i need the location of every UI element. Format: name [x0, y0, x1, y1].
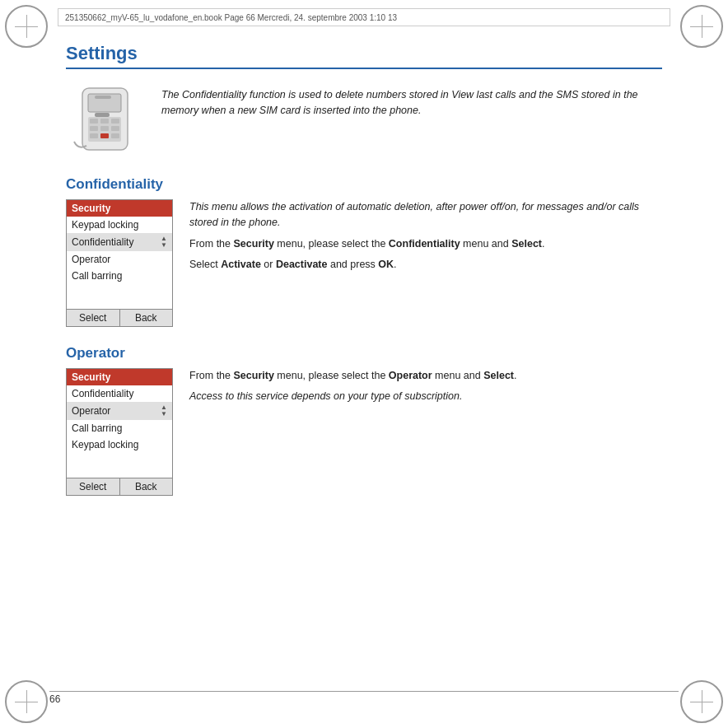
crosshair-tl — [15, 15, 38, 38]
menu-item-keypad-locking: Keypad locking — [67, 217, 172, 233]
confidentiality-menu: Security Keypad locking Confidentiality … — [66, 199, 173, 327]
svg-rect-10 — [100, 133, 109, 138]
crosshair-tr — [690, 15, 713, 38]
operator-section: Operator Security Confidentiality Operat… — [66, 345, 662, 496]
svg-rect-9 — [90, 133, 98, 138]
menu-footer: Select Back — [67, 309, 172, 326]
menu-back-btn[interactable]: Back — [120, 310, 173, 326]
operator-title: Operator — [66, 345, 662, 362]
intro-section: The Confidentiality function is used to … — [66, 84, 662, 158]
conf-desc-p1: This menu allows the activation of autom… — [189, 199, 662, 231]
op-menu-select-btn[interactable]: Select — [67, 478, 120, 495]
bottom-divider — [49, 691, 679, 692]
file-path-bar: 251350662_myV-65_lu_vodafone_en.book Pag… — [58, 8, 670, 26]
confidentiality-description: This menu allows the activation of autom… — [189, 199, 662, 327]
confidentiality-row: Security Keypad locking Confidentiality … — [66, 199, 662, 327]
menu-item-operator: Operator — [67, 251, 172, 268]
op-menu-item-confidentiality: Confidentiality — [67, 385, 172, 402]
svg-rect-3 — [90, 119, 98, 124]
file-path-text: 251350662_myV-65_lu_vodafone_en.book Pag… — [65, 13, 397, 22]
menu-header-security: Security — [67, 200, 172, 217]
op-menu-footer: Select Back — [67, 478, 172, 495]
scroll-arrow: ▲▼ — [161, 236, 167, 249]
phone-illustration — [66, 84, 148, 158]
svg-rect-4 — [100, 119, 109, 124]
op-menu-item-operator-selected: Operator ▲▼ — [67, 402, 172, 420]
operator-description: From the Security menu, please select th… — [189, 368, 517, 496]
conf-desc-p3: Select Activate or Deactivate and press … — [189, 257, 662, 273]
svg-rect-7 — [100, 126, 109, 131]
op-scroll-arrow: ▲▼ — [161, 404, 167, 418]
intro-text: The Confidentiality function is used to … — [161, 84, 662, 119]
svg-rect-5 — [111, 119, 119, 124]
svg-rect-13 — [95, 96, 111, 99]
menu-select-btn[interactable]: Select — [67, 310, 120, 326]
confidentiality-section: Confidentiality Security Keypad locking … — [66, 176, 662, 327]
page-title: Settings — [66, 43, 662, 69]
op-desc-p1: From the Security menu, please select th… — [189, 368, 517, 384]
crosshair-br — [690, 690, 713, 713]
svg-rect-11 — [111, 133, 119, 138]
menu-spacer — [67, 284, 172, 309]
svg-rect-8 — [111, 126, 119, 131]
page-number: 66 — [49, 693, 60, 705]
op-menu-item-keypad-locking: Keypad locking — [67, 436, 172, 453]
op-desc-p2: Access to this service depends on your t… — [189, 389, 517, 404]
svg-rect-12 — [95, 113, 110, 117]
op-menu-spacer — [67, 453, 172, 478]
operator-menu: Security Confidentiality Operator ▲▼ Cal… — [66, 368, 173, 496]
confidentiality-title: Confidentiality — [66, 176, 662, 193]
main-content: Settings — [49, 35, 679, 693]
op-menu-header-security: Security — [67, 369, 172, 385]
menu-item-call-barring: Call barring — [67, 268, 172, 284]
conf-desc-p2: From the Security menu, please select th… — [189, 236, 662, 252]
operator-row: Security Confidentiality Operator ▲▼ Cal… — [66, 368, 662, 496]
menu-item-confidentiality-selected: Confidentiality ▲▼ — [67, 233, 172, 251]
crosshair-bl — [15, 690, 38, 713]
op-menu-item-call-barring: Call barring — [67, 420, 172, 436]
svg-rect-6 — [90, 126, 98, 131]
op-menu-back-btn[interactable]: Back — [120, 478, 173, 495]
